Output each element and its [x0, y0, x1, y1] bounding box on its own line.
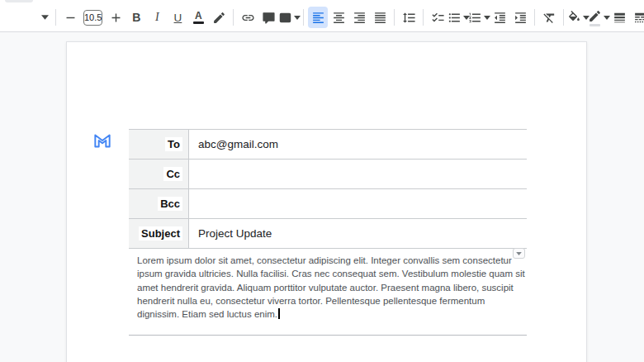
- checklist-button[interactable]: [428, 7, 447, 28]
- insert-image-button[interactable]: [279, 7, 299, 28]
- align-center-icon: [332, 11, 346, 25]
- highlight-color-button[interactable]: [209, 7, 229, 28]
- align-justify-button[interactable]: [370, 7, 390, 28]
- plus-icon: [109, 11, 123, 25]
- line-spacing-button[interactable]: [399, 7, 419, 28]
- bold-button[interactable]: B: [126, 7, 146, 28]
- fill-color-button[interactable]: [568, 7, 588, 28]
- text-cursor: [278, 308, 280, 319]
- field-row-to: To abc@gmail.com: [129, 130, 527, 160]
- toolbar-divider: [303, 9, 304, 26]
- subject-input[interactable]: Project Update: [189, 219, 527, 248]
- decrease-indent-button[interactable]: [490, 7, 509, 28]
- image-icon: [278, 11, 292, 25]
- add-comment-button[interactable]: [258, 7, 278, 28]
- color-indicator: [590, 24, 600, 26]
- document-page[interactable]: To abc@gmail.com Cc Bcc Subject: [66, 41, 587, 362]
- chevron-down-icon: [294, 16, 301, 20]
- toolbar-divider: [534, 9, 535, 26]
- decrease-font-size-button[interactable]: [60, 7, 80, 28]
- border-color-icon: [588, 9, 602, 23]
- to-input[interactable]: abc@gmail.com: [189, 130, 527, 159]
- email-body-text[interactable]: Lorem ipsum dolor sit amet, consectetur …: [137, 254, 599, 321]
- increase-indent-button[interactable]: [510, 7, 530, 28]
- increase-indent-icon: [514, 11, 528, 25]
- toolbar-divider: [55, 9, 56, 26]
- align-left-icon: [311, 11, 325, 25]
- email-draft-bottom-divider: [129, 335, 527, 336]
- text-color-button[interactable]: A: [188, 7, 208, 28]
- toolbar-divider: [423, 9, 424, 26]
- text-color-button-icon: A: [195, 12, 202, 21]
- bulleted-list-icon: [447, 11, 462, 25]
- align-left-button[interactable]: [308, 7, 328, 28]
- numbered-list-icon: [468, 11, 482, 25]
- subject-label: Subject: [139, 226, 182, 241]
- to-label-cell: To: [129, 130, 189, 159]
- decrease-indent-icon: [493, 11, 507, 25]
- highlighter-icon: [212, 11, 226, 25]
- toolbar-divider: [394, 9, 395, 26]
- fill-color-icon: [567, 11, 581, 25]
- align-center-button[interactable]: [329, 7, 348, 28]
- border-dash-icon: [633, 11, 644, 25]
- line-spacing-icon: [402, 11, 416, 25]
- align-right-icon: [353, 11, 367, 25]
- email-body-content: Lorem ipsum dolor sit amet, consectetur …: [137, 255, 525, 319]
- top-strip: [0, 0, 644, 3]
- font-size-input[interactable]: 10.5: [83, 10, 102, 26]
- chevron-down-icon: [41, 15, 49, 20]
- to-label: To: [165, 137, 182, 151]
- bulleted-list-button[interactable]: [448, 7, 468, 28]
- menubar-remnant: [5, 0, 33, 2]
- bcc-label: Bcc: [158, 197, 182, 211]
- email-draft-header-table: To abc@gmail.com Cc Bcc Subject: [129, 129, 527, 249]
- numbered-list-button[interactable]: [469, 7, 489, 28]
- font-family-dropdown[interactable]: [38, 7, 51, 28]
- align-right-button[interactable]: [349, 7, 369, 28]
- subject-label-cell: Subject: [129, 219, 189, 248]
- border-width-icon: [613, 11, 627, 25]
- underline-button-icon: U: [174, 12, 182, 24]
- bcc-label-cell: Bcc: [129, 189, 189, 218]
- gmail-icon: [92, 130, 113, 151]
- border-dash-button[interactable]: [630, 7, 644, 28]
- align-justify-icon: [373, 11, 387, 25]
- clear-formatting-button[interactable]: [539, 7, 559, 28]
- cc-input[interactable]: [189, 160, 527, 188]
- add-comment-icon: [262, 11, 276, 25]
- italic-button[interactable]: I: [147, 7, 167, 28]
- cc-label: Cc: [163, 167, 182, 181]
- toolbar-divider: [233, 9, 234, 26]
- link-icon: [241, 11, 255, 25]
- bold-button-icon: B: [132, 11, 140, 24]
- clear-formatting-icon: [542, 11, 556, 25]
- field-row-subject: Subject Project Update: [129, 219, 527, 249]
- bcc-input[interactable]: [189, 189, 527, 218]
- color-indicator: [193, 21, 204, 24]
- insert-link-button[interactable]: [238, 7, 258, 28]
- toolbar: 10.5BIUA: [0, 3, 644, 32]
- document-canvas: To abc@gmail.com Cc Bcc Subject: [0, 32, 644, 362]
- field-row-bcc: Bcc: [129, 189, 527, 219]
- field-row-cc: Cc: [129, 160, 527, 189]
- checklist-icon: [431, 11, 445, 25]
- toolbar-divider: [563, 9, 564, 26]
- underline-button[interactable]: U: [168, 7, 187, 28]
- minus-icon: [64, 11, 78, 25]
- cc-label-cell: Cc: [129, 160, 189, 188]
- border-width-button[interactable]: [609, 7, 629, 28]
- border-color-button[interactable]: [589, 7, 608, 28]
- italic-button-icon: I: [155, 11, 159, 24]
- increase-font-size-button[interactable]: [106, 7, 125, 28]
